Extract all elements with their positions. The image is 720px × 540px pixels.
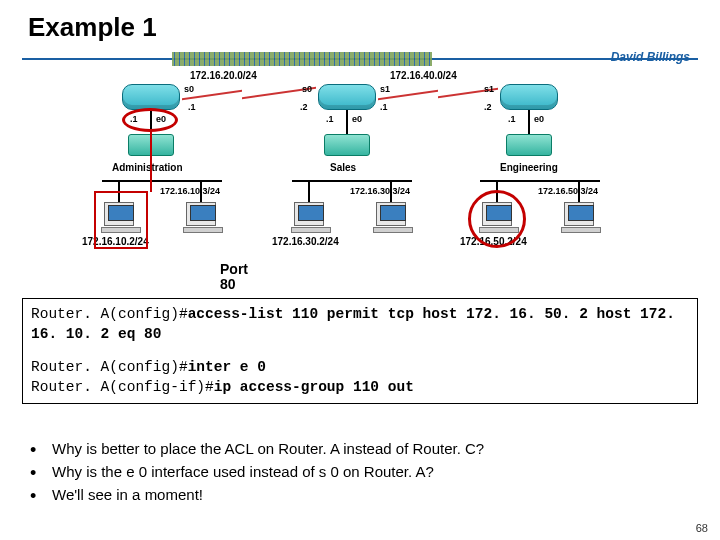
title-rule xyxy=(22,52,698,66)
author-label: David Billings xyxy=(611,50,690,64)
subnet-b: 172.16.30.3/24 xyxy=(350,186,410,196)
label-admin: Administration xyxy=(112,162,183,173)
cmd-line-2: Router. A(config)#inter e 0 xyxy=(31,358,689,378)
subnet-bc: 172.16.40.0/24 xyxy=(390,70,457,81)
bullet-2: Why is the e 0 interface used instead of… xyxy=(30,463,690,480)
highlight-e0 xyxy=(122,108,178,132)
bullet-3: We'll see in a moment! xyxy=(30,486,690,503)
highlight-line xyxy=(150,132,152,192)
port-b-s0: s0 xyxy=(302,84,312,94)
switch-b xyxy=(324,134,370,156)
subnet-a: 172.16.10.3/24 xyxy=(160,186,220,196)
subnet-c: 172.16.50.3/24 xyxy=(538,186,598,196)
port-80-label: Port 80 xyxy=(220,262,248,293)
port-c-s1: s1 xyxy=(484,84,494,94)
slide-title: Example 1 xyxy=(28,12,157,43)
router-c: RouterC xyxy=(500,84,558,110)
page-number: 68 xyxy=(696,522,708,534)
host-a2 xyxy=(186,202,216,226)
ip-a-r: .1 xyxy=(188,102,196,112)
highlight-host-c xyxy=(468,190,526,248)
ip-c-l: .2 xyxy=(484,102,492,112)
cli-commands: Router. A(config)#access-list 110 permit… xyxy=(22,298,698,404)
cmd-line-3: Router. A(config-if)#ip access-group 110… xyxy=(31,378,689,398)
eth-c: e0 xyxy=(534,114,544,124)
host-b xyxy=(294,202,324,226)
ip-b-e: .1 xyxy=(326,114,334,124)
network-diagram: 172.16.20.0/24 172.16.40.0/24 RouterA Ro… xyxy=(60,72,650,272)
ip-b-l: .2 xyxy=(300,102,308,112)
ip-b-r: .1 xyxy=(380,102,388,112)
port-a-s0: s0 xyxy=(184,84,194,94)
router-b: RouterB xyxy=(318,84,376,110)
label-eng: Engineering xyxy=(500,162,558,173)
cmd-line-1: Router. A(config)#access-list 110 permit… xyxy=(31,305,689,344)
host-b-ip: 172.16.30.2/24 xyxy=(272,236,339,247)
switch-c xyxy=(506,134,552,156)
label-sales: Sales xyxy=(330,162,356,173)
bullet-1: Why is better to place the ACL on Router… xyxy=(30,440,690,457)
subnet-ab: 172.16.20.0/24 xyxy=(190,70,257,81)
eth-b: e0 xyxy=(352,114,362,124)
question-bullets: Why is better to place the ACL on Router… xyxy=(30,440,690,509)
port-b-s1: s1 xyxy=(380,84,390,94)
ip-c-e: .1 xyxy=(508,114,516,124)
host-c2 xyxy=(564,202,594,226)
router-a: RouterA xyxy=(122,84,180,110)
host-b2 xyxy=(376,202,406,226)
highlight-host-a xyxy=(94,191,148,249)
